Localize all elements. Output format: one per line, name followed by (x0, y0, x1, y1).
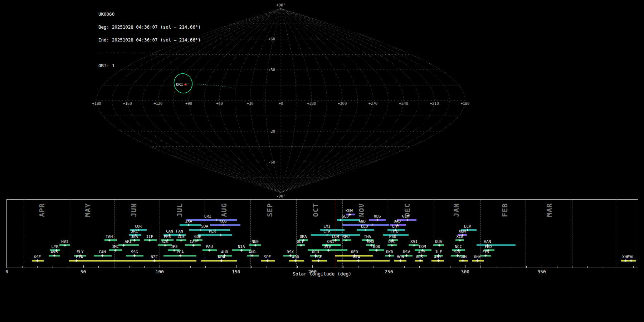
axis-tick (297, 266, 298, 268)
shower-peak-marker-icon: + (461, 233, 464, 237)
shower-peak-marker-icon: + (353, 254, 356, 258)
grid-meridian (281, 9, 434, 193)
grid-meridian (281, 9, 388, 193)
axis-tick (618, 266, 618, 268)
meteor-radiant-plot: +90°-90°+180+150+120+90+60+30+0+330+300+… (0, 0, 644, 322)
axis-tick (221, 266, 221, 268)
shower-peak-marker-icon: + (240, 249, 243, 252)
month-label: MAR (545, 189, 553, 231)
axis-tick (496, 266, 496, 268)
month-label: FEB (501, 189, 509, 231)
shower-peak-marker-icon: + (437, 259, 440, 263)
axis-tick (205, 266, 206, 268)
pole-bottom-label: -90° (276, 194, 286, 199)
axis-tick (53, 266, 53, 268)
pole-top-label: +90° (276, 3, 286, 8)
shower-peak-marker-icon: + (266, 259, 269, 263)
shower-label: ERI (204, 214, 211, 218)
shower-label: SDA (201, 224, 208, 228)
month-label: JAN (452, 189, 460, 231)
shower-peak-marker-icon: + (180, 239, 182, 242)
lon-label: +300 (338, 101, 347, 106)
shower-peak-marker-icon: + (484, 254, 487, 258)
shower-peak-marker-icon: + (223, 254, 226, 258)
axis-tick (603, 266, 603, 268)
shower-peak-marker-icon: + (366, 239, 369, 242)
activity-timeline-chart: APRMAYJUNJULAUGSEPOCTNOVDECJANFEBMAR0501… (6, 199, 638, 268)
shower-peak-marker-icon: + (314, 254, 317, 258)
grid-meridian (281, 9, 373, 193)
lon-label: +180 (460, 101, 469, 106)
axis-tick (7, 265, 7, 268)
shower-peak-marker-icon: + (133, 254, 136, 258)
month-boundary-line (114, 200, 115, 268)
current-sol-cursor-line (335, 200, 335, 268)
shower-peak-marker-icon: + (375, 249, 378, 252)
shower-peak-marker-icon: + (458, 239, 461, 242)
shower-bar (104, 239, 117, 241)
axis-tick (633, 266, 634, 268)
shower-peak-marker-icon: + (371, 223, 374, 227)
axis-tick (419, 266, 420, 268)
axis-tick (68, 266, 68, 268)
shower-peak-marker-icon: + (325, 244, 328, 247)
shower-peak-marker-icon: + (405, 254, 408, 258)
shower-peak-marker-icon: + (406, 218, 409, 222)
separator-line: ---------------------------------------- (98, 51, 206, 55)
axis-tick (450, 266, 450, 268)
shower-peak-marker-icon: + (390, 244, 393, 247)
shower-peak-marker-icon: + (215, 218, 218, 222)
shower-bar (186, 219, 237, 221)
shower-peak-marker-icon: + (254, 244, 257, 247)
shower-peak-marker-icon: + (133, 239, 136, 242)
lon-label: +330 (307, 101, 316, 106)
axis-tick (404, 266, 405, 268)
shower-peak-marker-icon: + (36, 259, 39, 263)
axis-tick (37, 266, 38, 268)
shower-peak-marker-icon: + (220, 259, 223, 263)
shower-peak-marker-icon: + (396, 223, 399, 227)
shower-peak-marker-icon: + (199, 228, 201, 232)
grid-meridian (281, 9, 404, 193)
shower-peak-marker-icon: + (166, 239, 169, 242)
lat-label: +30 (268, 68, 275, 72)
shower-peak-marker-icon: + (345, 239, 347, 242)
shower-peak-marker-icon: + (148, 239, 151, 242)
station-id: UK0060 (98, 12, 206, 16)
shower-bar (337, 260, 390, 262)
shower-peak-marker-icon: + (153, 259, 156, 263)
shower-bar (198, 234, 232, 236)
shower-peak-marker-icon: + (75, 259, 78, 263)
shower-peak-marker-icon: + (134, 233, 137, 237)
axis-tick (511, 266, 511, 268)
radiant-trail (186, 84, 234, 88)
ori-count: ORI: 1 (98, 64, 206, 68)
axis-tick (572, 266, 572, 268)
shower-peak-marker-icon: + (376, 218, 379, 222)
beg-line: Beg: 20251028 04:36:07 (sol = 214.66°) (98, 25, 206, 29)
axis-tick (144, 266, 145, 268)
shower-peak-marker-icon: + (457, 249, 460, 252)
month-boundary-line (205, 200, 205, 268)
lon-label: +90 (185, 101, 192, 106)
shower-peak-marker-icon: + (462, 259, 464, 263)
shower-peak-marker-icon: + (114, 249, 117, 252)
shower-peak-marker-icon: + (394, 233, 396, 237)
axis-tick (435, 266, 435, 268)
shower-peak-marker-icon: + (187, 223, 190, 227)
axis-tick (343, 266, 343, 268)
axis-tick (160, 265, 160, 268)
axis-tick (389, 265, 389, 268)
axis-tick (251, 266, 252, 268)
shower-peak-marker-icon: + (419, 259, 421, 263)
shower-peak-marker-icon: + (302, 239, 305, 242)
shower-peak-marker-icon: + (421, 249, 424, 252)
month-label: MAY (84, 189, 92, 231)
axis-tick (480, 266, 481, 268)
shower-peak-marker-icon: + (289, 254, 292, 258)
shower-peak-marker-icon: + (357, 259, 360, 263)
lon-label: +270 (369, 101, 377, 106)
month-boundary-line (69, 200, 69, 268)
lon-label: +120 (153, 101, 162, 106)
shower-peak-marker-icon: + (63, 244, 66, 247)
